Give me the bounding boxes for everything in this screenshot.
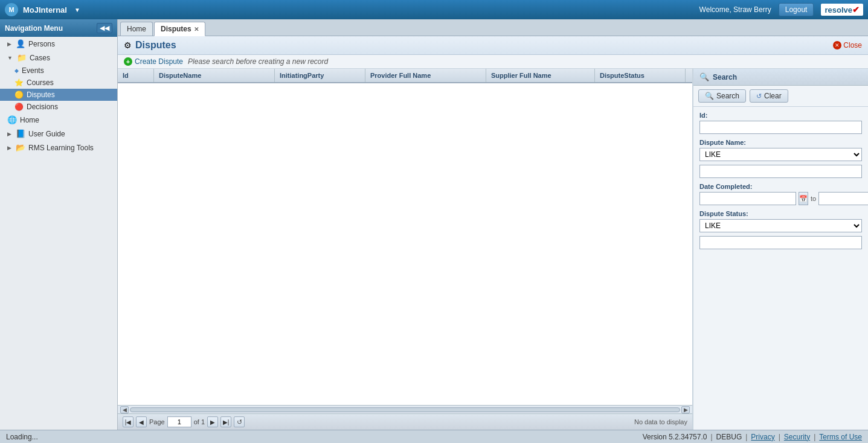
page-number-input[interactable] [167,416,191,427]
search-id-input[interactable] [699,121,862,134]
close-x-icon: ✕ [833,41,841,49]
clear-btn-label: Clear [764,92,782,100]
privacy-link[interactable]: Privacy [751,433,774,441]
app-icon: M [5,3,18,16]
col-header-name: DisputeName [154,69,275,82]
col-header-provider: Provider Full Name [365,69,486,82]
home-icon: 🌐 [7,115,17,124]
user-guide-arrow: ▶ [7,131,11,137]
refresh-button[interactable]: ↺ [234,416,245,427]
col-header-id: Id [118,69,154,82]
col-header-status: DisputeStatus [595,69,686,82]
toolbar-notice: Please search before creating a new reco… [188,57,328,66]
grid-area: Id DisputeName InitiatingParty Provider … [118,69,693,430]
clear-button[interactable]: ↺ Clear [750,89,788,103]
search-actions: 🔍 Search ↺ Clear [693,86,868,107]
page-icon: ⚙ [124,40,132,50]
app-dropdown-arrow[interactable]: ▼ [74,7,80,13]
sidebar-item-home[interactable]: 🌐 Home [0,113,117,127]
page-content: ⚙ Disputes ✕ Close + Create Dispute Plea… [118,36,868,430]
tab-disputes[interactable]: Disputes ✕ [154,22,205,36]
search-button[interactable]: 🔍 Search [698,89,746,103]
sidebar-item-decisions[interactable]: 🔴 Decisions [0,101,117,113]
sidebar-header: Navigation Menu ◀◀ [0,19,117,37]
search-dispute-status-input[interactable] [699,236,862,249]
sidebar-title: Navigation Menu [5,24,63,33]
courses-icon: ⭐ [14,78,24,87]
date-from-cal-button[interactable]: 📅 [799,192,808,205]
sidebar-item-label: Home [20,116,39,124]
sidebar-item-events[interactable]: ◆ Events [0,65,117,77]
search-panel-icon: 🔍 [699,72,709,81]
search-dispute-status-op-select[interactable]: LIKE EQUALS STARTS WITH ENDS WITH [699,219,862,232]
version-text: Version 5.2.34757.0 [643,433,707,441]
clear-icon: ↺ [756,92,762,100]
cases-arrow: ▼ [7,55,13,61]
sidebar-item-label: Cases [30,54,50,62]
sidebar-item-rms[interactable]: ▶ 📂 RMS Learning Tools [0,141,117,155]
date-from-input[interactable] [699,192,796,205]
h-scroll-left-button[interactable]: ◀ [120,406,129,413]
user-guide-icon: 📘 [16,129,25,138]
pagination: |◀ ◀ Page of 1 ▶ ▶| ↺ [123,416,245,427]
sidebar-item-label: RMS Learning Tools [28,144,94,152]
content-area: Home Disputes ✕ ⚙ Disputes ✕ Close [118,19,868,430]
rms-icon: 📂 [16,143,25,152]
search-btn-label: Search [716,92,739,100]
page-title: Disputes [135,40,176,51]
search-form: Id: Dispute Name: LIKE EQUALS STARTS WIT… [693,107,868,254]
tab-home[interactable]: Home [120,22,153,36]
logout-button[interactable]: Logout [779,3,814,16]
grid-header: Id DisputeName InitiatingParty Provider … [118,69,692,83]
page-next-button[interactable]: ▶ [207,416,218,427]
sidebar-item-label: Persons [28,40,55,48]
search-dispute-name-op-select[interactable]: LIKE EQUALS STARTS WITH ENDS WITH [699,148,862,161]
sidebar-item-cases[interactable]: ▼ 📁 Cases [0,51,117,65]
search-dispute-name-input[interactable] [699,165,862,178]
cases-icon: 📁 [17,53,27,62]
date-range: 📅 to 📅 [699,192,862,205]
sidebar-item-disputes[interactable]: 🟡 Disputes [0,89,117,101]
terms-link[interactable]: Terms of Use [819,433,862,441]
welcome-text: Welcome, Straw Berry [699,5,771,14]
events-icon: ◆ [14,68,19,74]
page-label: Page [149,418,165,425]
h-scrollbar[interactable] [130,407,680,412]
create-icon: + [124,57,132,66]
rms-arrow: ▶ [7,145,11,151]
tab-disputes-label: Disputes [161,25,191,33]
close-label: Close [843,41,862,49]
header-left: M MoJInternal ▼ [5,3,80,16]
persons-arrow: ▶ [7,41,11,47]
sidebar: Navigation Menu ◀◀ ▶ 👤 Persons ▼ 📁 Cases… [0,19,118,430]
tab-close-icon[interactable]: ✕ [194,26,199,33]
create-label: Create Dispute [135,57,183,66]
no-data-text: No data to display [634,418,687,425]
status-sep4: | [814,433,815,441]
search-date-completed-field: Date Completed: 📅 to 📅 [699,183,862,205]
split-view: Id DisputeName InitiatingParty Provider … [118,69,868,430]
date-to-input[interactable] [818,192,868,205]
sidebar-collapse-button[interactable]: ◀◀ [97,23,112,33]
search-dispute-status-field: Dispute Status: LIKE EQUALS STARTS WITH … [699,210,862,249]
h-scroll-right-button[interactable]: ▶ [681,406,690,413]
search-icon: 🔍 [705,92,714,100]
page-first-button[interactable]: |◀ [123,416,133,427]
create-dispute-button[interactable]: + Create Dispute [124,57,183,66]
sidebar-item-label: User Guide [28,130,65,138]
sidebar-item-user-guide[interactable]: ▶ 📘 User Guide [0,127,117,141]
status-right: Version 5.2.34757.0 | DEBUG | Privacy | … [643,433,862,441]
close-button[interactable]: ✕ Close [833,41,862,49]
col-header-supplier: Supplier Full Name [486,69,595,82]
sidebar-item-courses[interactable]: ⭐ Courses [0,77,117,89]
security-link[interactable]: Security [784,433,810,441]
page-prev-button[interactable]: ◀ [136,416,147,427]
search-dispute-name-label: Dispute Name: [699,139,862,146]
search-panel: 🔍 Search 🔍 Search ↺ Clear [693,69,868,430]
sidebar-item-persons[interactable]: ▶ 👤 Persons [0,37,117,51]
app-title: MoJInternal [23,5,67,14]
search-id-label: Id: [699,112,862,119]
logo-check: ✔ [852,5,860,14]
page-header: ⚙ Disputes ✕ Close [118,36,868,55]
page-last-button[interactable]: ▶| [220,416,231,427]
